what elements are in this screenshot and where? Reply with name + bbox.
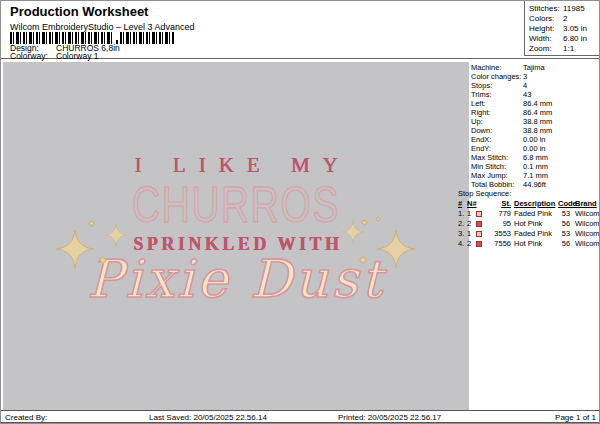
barcode-bars [120,32,174,44]
thread-color-swatch [476,221,482,227]
thread-description: Faded Pink [511,209,558,219]
machine-info-label: Up: [471,117,523,126]
design-preview: I LIKE MY CHURROS SPRINKLED WITH Pixie D… [3,62,469,410]
machine-info-value: 4 [523,81,527,90]
swatch-cell [476,229,487,239]
thread-code: 53 [558,229,574,239]
stats-row: Stitches: 11985 [529,4,599,14]
stop-sequence: Stop Sequence: # N# St. Description Code… [458,189,599,249]
thread-code: 56 [558,219,574,229]
stop-number: 1. [458,209,467,219]
machine-info-row: Stops: 4 [471,81,599,90]
thread-color-swatch [476,241,482,247]
production-worksheet-sheet: Production Worksheet Wilcom EmbroiderySt… [0,0,600,424]
created-by-label: Created By: [5,413,47,422]
machine-info-value: 3 [523,72,527,81]
thread-brand: Wilcom [574,219,599,229]
design-line-1: I LIKE MY [3,155,469,176]
machine-info-value: Tajima [523,63,545,72]
machine-info-row: Machine: Tajima [471,63,599,72]
machine-info-label: Color changes: [471,72,523,81]
machine-info-label: Max Jump: [471,171,523,180]
stitch-count: 7556 [487,239,511,249]
footer: Created By: Last Saved: 20/05/2025 22.56… [1,410,599,423]
machine-info-label: Machine: [471,63,523,72]
machine-info-label: Total Bobbin: [471,180,523,189]
stats-value: 2 [563,14,567,24]
machine-info-row: Up: 38.8 mm [471,117,599,126]
thread-color-swatch [476,231,482,237]
stats-value: 3.05 in [563,24,587,34]
machine-info-row: Right: 86.4 mm [471,108,599,117]
page-title: Production Worksheet [10,4,148,19]
header: Production Worksheet Wilcom EmbroiderySt… [1,1,599,59]
machine-info-value: 0.00 in [523,144,546,153]
last-saved-text: Last Saved: 20/05/2025 22.56.14 [149,413,267,422]
machine-info-panel: Machine: Tajima Color changes: 3 Stops: … [469,63,599,189]
machine-info-label: Right: [471,108,523,117]
machine-info-label: Min Stitch: [471,162,523,171]
machine-info-label: Left: [471,99,523,108]
needle-number: 2 [467,239,476,249]
machine-info-label: Down: [471,126,523,135]
stop-sequence-row: 4. 2 7556 Hot Pink 56 Wilcom [458,239,599,249]
colorway-value: Colorway 1 [56,52,99,60]
col-header-description: Description [511,199,558,209]
thread-brand: Wilcom [574,209,599,219]
machine-info-value: 6.8 mm [523,153,548,162]
col-header-number: # [458,199,467,209]
sparkle-icon [377,229,415,269]
stop-sequence-rows: 1. 1 779 Faded Pink 53 Wilcom 2. 2 95 Ho… [458,209,599,249]
page-number: Page 1 of 1 [555,413,596,422]
stop-number: 2. [458,219,467,229]
thread-code: 53 [558,209,574,219]
needle-number: 2 [467,219,476,229]
machine-info-label: EndX: [471,135,523,144]
machine-info-row: Trims: 43 [471,90,599,99]
stats-row: Height: 3.05 in [529,24,599,34]
machine-info-value: 86.4 mm [523,108,552,117]
machine-info-row: EndX: 0.00 in [471,135,599,144]
stop-sequence-title: Stop Sequence: [458,189,599,198]
stop-number: 4. [458,239,467,249]
thread-brand: Wilcom [574,229,599,239]
machine-info-value: 38.8 mm [523,117,552,126]
machine-info-label: EndY: [471,144,523,153]
machine-info-value: 38.8 mm [523,126,552,135]
app-subtitle: Wilcom EmbroideryStudio – Level 3 Advanc… [10,22,195,32]
stats-label: Zoom: [529,44,563,54]
machine-info-row: Total Bobbin: 44.96ft [471,180,599,189]
machine-info-label: Max Stitch: [471,153,523,162]
stats-row: Width: 6.80 in [529,34,599,44]
stop-sequence-row: 3. 1 3553 Faded Pink 53 Wilcom [458,229,599,239]
stop-sequence-row: 2. 2 95 Hot Pink 56 Wilcom [458,219,599,229]
stats-label: Width: [529,34,563,44]
stitch-count: 779 [487,209,511,219]
col-header-needle: N# [467,199,476,209]
stats-label: Stitches: [529,4,563,14]
machine-info-row: Color changes: 3 [471,72,599,81]
machine-info-row: Down: 38.8 mm [471,126,599,135]
col-header-brand: Brand [574,199,599,209]
stats-row: Zoom: 1:1 [529,44,599,54]
machine-info-row: Max Jump: 7.1 mm [471,171,599,180]
stats-label: Colors: [529,14,563,24]
stitch-count: 95 [487,219,511,229]
machine-info-value: 7.1 mm [523,171,548,180]
machine-info-row: Max Stitch: 6.8 mm [471,153,599,162]
sparkle-icon [56,229,94,269]
stats-value: 11985 [563,4,585,14]
stop-sequence-header-row: # N# St. Description Code Brand [458,199,599,209]
thread-description: Hot Pink [511,219,558,229]
printed-text: Printed: 20/05/2025 22.56.17 [338,413,441,422]
stats-box: Stitches: 11985 Colors: 2 Height: 3.05 i… [524,1,599,56]
stats-row: Colors: 2 [529,14,599,24]
thread-color-swatch [476,211,482,217]
swatch-cell [476,239,487,249]
machine-info-value: 43 [523,90,531,99]
thread-code: 56 [558,239,574,249]
needle-number: 1 [467,229,476,239]
thread-description: Hot Pink [511,239,558,249]
machine-info-value: 44.96ft [523,180,546,189]
stop-number: 3. [458,229,467,239]
